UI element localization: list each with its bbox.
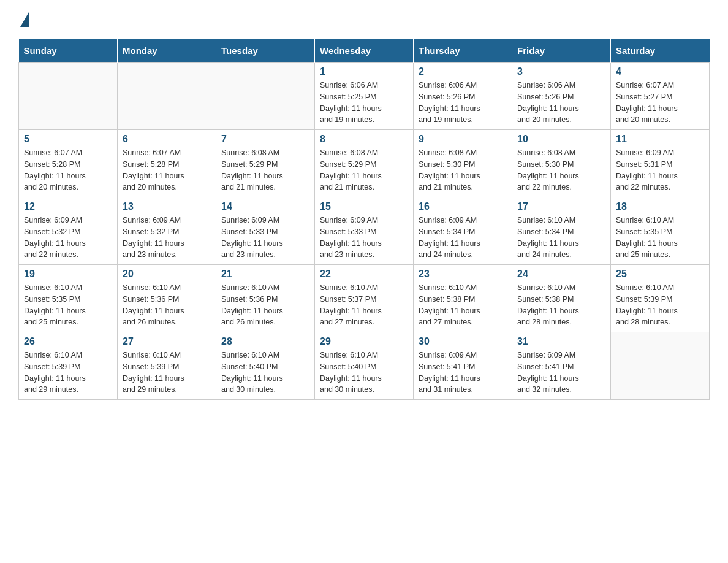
calendar-cell: 10Sunrise: 6:08 AMSunset: 5:30 PMDayligh… — [512, 130, 611, 197]
day-number: 10 — [517, 134, 605, 145]
calendar-cell: 3Sunrise: 6:06 AMSunset: 5:26 PMDaylight… — [512, 63, 611, 130]
calendar-cell: 6Sunrise: 6:07 AMSunset: 5:28 PMDaylight… — [118, 130, 216, 197]
day-number: 19 — [24, 269, 112, 280]
day-number: 29 — [320, 336, 408, 347]
calendar-cell: 29Sunrise: 6:10 AMSunset: 5:40 PMDayligh… — [315, 332, 414, 400]
day-info: Sunrise: 6:06 AMSunset: 5:26 PMDaylight:… — [517, 80, 605, 126]
day-header-tuesday: Tuesday — [216, 39, 315, 63]
day-info: Sunrise: 6:10 AMSunset: 5:34 PMDaylight:… — [517, 215, 605, 261]
logo-general-text — [18, 12, 29, 27]
day-number: 6 — [123, 134, 211, 145]
logo — [18, 12, 29, 27]
day-info: Sunrise: 6:10 AMSunset: 5:38 PMDaylight:… — [419, 282, 507, 328]
day-number: 15 — [320, 201, 408, 212]
calendar-cell: 21Sunrise: 6:10 AMSunset: 5:36 PMDayligh… — [216, 265, 315, 332]
day-number: 4 — [616, 66, 704, 77]
day-info: Sunrise: 6:09 AMSunset: 5:41 PMDaylight:… — [419, 350, 507, 396]
calendar-cell — [611, 332, 710, 400]
calendar-week-1: 1Sunrise: 6:06 AMSunset: 5:25 PMDaylight… — [19, 63, 710, 130]
day-number: 17 — [517, 201, 605, 212]
calendar-cell: 25Sunrise: 6:10 AMSunset: 5:39 PMDayligh… — [611, 265, 710, 332]
calendar-cell — [19, 63, 118, 130]
calendar-cell: 28Sunrise: 6:10 AMSunset: 5:40 PMDayligh… — [216, 332, 315, 400]
calendar-cell: 11Sunrise: 6:09 AMSunset: 5:31 PMDayligh… — [611, 130, 710, 197]
day-info: Sunrise: 6:09 AMSunset: 5:33 PMDaylight:… — [221, 215, 309, 261]
day-number: 16 — [419, 201, 507, 212]
day-info: Sunrise: 6:10 AMSunset: 5:39 PMDaylight:… — [24, 350, 112, 396]
day-info: Sunrise: 6:07 AMSunset: 5:28 PMDaylight:… — [24, 147, 112, 193]
calendar-cell: 27Sunrise: 6:10 AMSunset: 5:39 PMDayligh… — [118, 332, 216, 400]
day-number: 25 — [616, 269, 704, 280]
day-number: 23 — [419, 269, 507, 280]
calendar-cell: 17Sunrise: 6:10 AMSunset: 5:34 PMDayligh… — [512, 197, 611, 265]
day-number: 7 — [221, 134, 309, 145]
day-number: 1 — [320, 66, 408, 77]
day-info: Sunrise: 6:10 AMSunset: 5:35 PMDaylight:… — [616, 215, 704, 261]
day-number: 18 — [616, 201, 704, 212]
day-number: 14 — [221, 201, 309, 212]
day-number: 24 — [517, 269, 605, 280]
calendar-cell: 31Sunrise: 6:09 AMSunset: 5:41 PMDayligh… — [512, 332, 611, 400]
day-header-thursday: Thursday — [414, 39, 512, 63]
day-info: Sunrise: 6:09 AMSunset: 5:32 PMDaylight:… — [24, 215, 112, 261]
calendar-cell: 15Sunrise: 6:09 AMSunset: 5:33 PMDayligh… — [315, 197, 414, 265]
day-header-saturday: Saturday — [611, 39, 710, 63]
day-header-wednesday: Wednesday — [315, 39, 414, 63]
day-info: Sunrise: 6:09 AMSunset: 5:31 PMDaylight:… — [616, 147, 704, 193]
calendar-cell: 13Sunrise: 6:09 AMSunset: 5:32 PMDayligh… — [118, 197, 216, 265]
day-info: Sunrise: 6:07 AMSunset: 5:28 PMDaylight:… — [123, 147, 211, 193]
calendar-header-row: SundayMondayTuesdayWednesdayThursdayFrid… — [19, 39, 710, 63]
page-header — [18, 12, 710, 27]
calendar-week-4: 19Sunrise: 6:10 AMSunset: 5:35 PMDayligh… — [19, 265, 710, 332]
calendar-cell: 4Sunrise: 6:07 AMSunset: 5:27 PMDaylight… — [611, 63, 710, 130]
day-info: Sunrise: 6:10 AMSunset: 5:40 PMDaylight:… — [221, 350, 309, 396]
day-info: Sunrise: 6:10 AMSunset: 5:40 PMDaylight:… — [320, 350, 408, 396]
day-number: 26 — [24, 336, 112, 347]
day-number: 5 — [24, 134, 112, 145]
logo-triangle-icon — [20, 12, 29, 27]
day-number: 28 — [221, 336, 309, 347]
calendar-cell: 14Sunrise: 6:09 AMSunset: 5:33 PMDayligh… — [216, 197, 315, 265]
day-info: Sunrise: 6:09 AMSunset: 5:34 PMDaylight:… — [419, 215, 507, 261]
day-number: 13 — [123, 201, 211, 212]
day-number: 8 — [320, 134, 408, 145]
day-info: Sunrise: 6:10 AMSunset: 5:39 PMDaylight:… — [123, 350, 211, 396]
day-info: Sunrise: 6:08 AMSunset: 5:30 PMDaylight:… — [419, 147, 507, 193]
day-number: 30 — [419, 336, 507, 347]
day-number: 9 — [419, 134, 507, 145]
calendar-cell: 30Sunrise: 6:09 AMSunset: 5:41 PMDayligh… — [414, 332, 512, 400]
day-number: 22 — [320, 269, 408, 280]
day-info: Sunrise: 6:09 AMSunset: 5:32 PMDaylight:… — [123, 215, 211, 261]
calendar-cell: 19Sunrise: 6:10 AMSunset: 5:35 PMDayligh… — [19, 265, 118, 332]
day-info: Sunrise: 6:10 AMSunset: 5:36 PMDaylight:… — [123, 282, 211, 328]
day-header-friday: Friday — [512, 39, 611, 63]
day-info: Sunrise: 6:10 AMSunset: 5:36 PMDaylight:… — [221, 282, 309, 328]
calendar-cell: 7Sunrise: 6:08 AMSunset: 5:29 PMDaylight… — [216, 130, 315, 197]
day-info: Sunrise: 6:07 AMSunset: 5:27 PMDaylight:… — [616, 80, 704, 126]
calendar-cell: 23Sunrise: 6:10 AMSunset: 5:38 PMDayligh… — [414, 265, 512, 332]
calendar-cell: 2Sunrise: 6:06 AMSunset: 5:26 PMDaylight… — [414, 63, 512, 130]
day-number: 11 — [616, 134, 704, 145]
day-info: Sunrise: 6:10 AMSunset: 5:38 PMDaylight:… — [517, 282, 605, 328]
day-number: 12 — [24, 201, 112, 212]
calendar-cell: 1Sunrise: 6:06 AMSunset: 5:25 PMDaylight… — [315, 63, 414, 130]
calendar-cell: 8Sunrise: 6:08 AMSunset: 5:29 PMDaylight… — [315, 130, 414, 197]
day-info: Sunrise: 6:08 AMSunset: 5:30 PMDaylight:… — [517, 147, 605, 193]
calendar-table: SundayMondayTuesdayWednesdayThursdayFrid… — [18, 39, 710, 400]
day-info: Sunrise: 6:10 AMSunset: 5:39 PMDaylight:… — [616, 282, 704, 328]
calendar-week-2: 5Sunrise: 6:07 AMSunset: 5:28 PMDaylight… — [19, 130, 710, 197]
calendar-cell: 9Sunrise: 6:08 AMSunset: 5:30 PMDaylight… — [414, 130, 512, 197]
calendar-cell: 24Sunrise: 6:10 AMSunset: 5:38 PMDayligh… — [512, 265, 611, 332]
calendar-week-3: 12Sunrise: 6:09 AMSunset: 5:32 PMDayligh… — [19, 197, 710, 265]
day-number: 21 — [221, 269, 309, 280]
calendar-cell: 12Sunrise: 6:09 AMSunset: 5:32 PMDayligh… — [19, 197, 118, 265]
calendar-week-5: 26Sunrise: 6:10 AMSunset: 5:39 PMDayligh… — [19, 332, 710, 400]
day-number: 27 — [123, 336, 211, 347]
day-number: 31 — [517, 336, 605, 347]
day-info: Sunrise: 6:10 AMSunset: 5:37 PMDaylight:… — [320, 282, 408, 328]
day-header-monday: Monday — [118, 39, 216, 63]
day-info: Sunrise: 6:10 AMSunset: 5:35 PMDaylight:… — [24, 282, 112, 328]
day-info: Sunrise: 6:06 AMSunset: 5:26 PMDaylight:… — [419, 80, 507, 126]
day-info: Sunrise: 6:09 AMSunset: 5:41 PMDaylight:… — [517, 350, 605, 396]
day-number: 3 — [517, 66, 605, 77]
